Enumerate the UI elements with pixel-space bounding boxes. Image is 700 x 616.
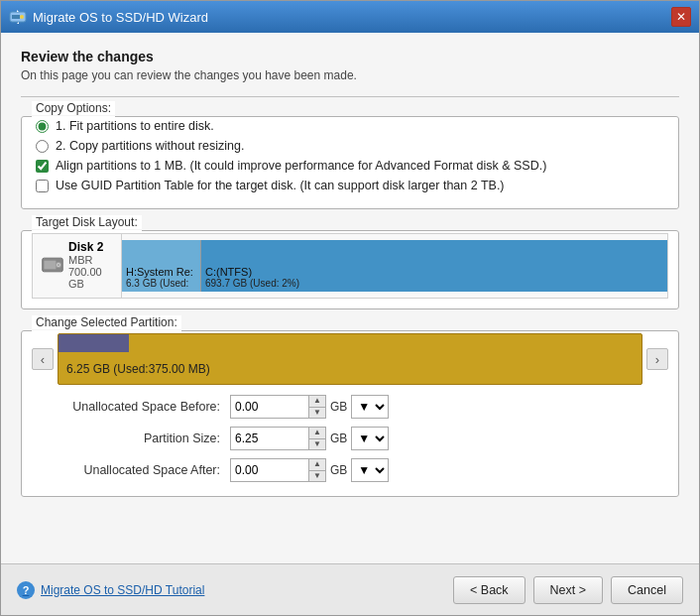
- partition-bar: 6.25 GB (Used:375.00 MB): [58, 333, 642, 385]
- disk-size: 700.00 GB: [68, 266, 113, 290]
- disk-layout-inner: Disk 2 MBR 700.00 GB H:System Re: 6.3 GB…: [22, 229, 678, 308]
- disk-partitions: H:System Re: 6.3 GB (Used: C:(NTFS) 693.…: [122, 240, 667, 292]
- radio-row-1: 1. Fit partitions to entire disk.: [36, 119, 664, 133]
- back-button[interactable]: < Back: [453, 576, 525, 604]
- svg-rect-4: [44, 261, 56, 270]
- disk-row: Disk 2 MBR 700.00 GB H:System Re: 6.3 GB…: [32, 233, 668, 299]
- checkbox-row-1: Align partitions to 1 MB. (It could impr…: [36, 159, 664, 173]
- partition-bar-fill: [58, 334, 129, 352]
- field-row-after: Unallocated Space After: ▲ ▼ GB ▼: [42, 458, 658, 482]
- field-before-input-group: ▲ ▼ GB ▼: [230, 395, 389, 419]
- partition-c-size: 693.7 GB (Used: 2%): [205, 278, 663, 289]
- field-size-label: Partition Size:: [42, 431, 230, 445]
- field-size-input[interactable]: [230, 427, 309, 450]
- disk-name: Disk 2: [68, 240, 113, 254]
- partition-slider-row: ‹ 6.25 GB (Used:375.00 MB) ›: [32, 333, 668, 385]
- field-after-unit: GB: [330, 463, 347, 477]
- partition-fields: Unallocated Space Before: ▲ ▼ GB ▼: [32, 395, 668, 482]
- field-before-spinner: ▲ ▼: [309, 395, 326, 419]
- disk-type: MBR: [68, 254, 113, 266]
- next-button[interactable]: Next >: [533, 576, 603, 604]
- tutorial-link-text[interactable]: Migrate OS to SSD/HD Tutorial: [41, 583, 204, 597]
- checkbox-align[interactable]: [36, 160, 49, 173]
- tutorial-link[interactable]: ? Migrate OS to SSD/HD Tutorial: [17, 581, 204, 599]
- field-after-dropdown[interactable]: ▼: [351, 458, 389, 482]
- cancel-button[interactable]: Cancel: [611, 576, 683, 604]
- field-after-down[interactable]: ▼: [309, 471, 325, 482]
- copy-options-legend: Copy Options:: [32, 101, 115, 115]
- change-partition-inner: ‹ 6.25 GB (Used:375.00 MB) › Unallocated…: [22, 329, 678, 496]
- field-before-up[interactable]: ▲: [309, 396, 325, 408]
- page-title: Review the changes: [21, 49, 679, 64]
- partition-h: H:System Re: 6.3 GB (Used:: [122, 240, 201, 292]
- page-subtitle: On this page you can review the changes …: [21, 68, 679, 82]
- field-after-spinner: ▲ ▼: [309, 458, 326, 482]
- field-before-down[interactable]: ▼: [309, 408, 325, 419]
- field-after-input-group: ▲ ▼ GB ▼: [230, 458, 389, 482]
- checkbox-align-label[interactable]: Align partitions to 1 MB. (It could impr…: [56, 159, 546, 173]
- checkbox-guid[interactable]: [36, 180, 49, 192]
- field-size-input-group: ▲ ▼ GB ▼: [230, 427, 389, 450]
- right-arrow-button[interactable]: ›: [646, 348, 668, 370]
- field-size-unit: GB: [330, 431, 347, 445]
- main-content: Review the changes On this page you can …: [1, 33, 699, 563]
- titlebar: Migrate OS to SSD/HD Wizard ✕: [1, 1, 699, 33]
- disk-info: Disk 2 MBR 700.00 GB: [33, 234, 122, 298]
- target-disk-legend: Target Disk Layout:: [32, 215, 142, 229]
- radio-copy-label[interactable]: 2. Copy partitions without resizing.: [56, 139, 244, 153]
- target-disk-group: Target Disk Layout:: [21, 223, 679, 309]
- partition-bar-label: 6.25 GB (Used:375.00 MB): [66, 362, 210, 376]
- field-before-unit: GB: [330, 400, 347, 414]
- partition-h-label: H:System Re:: [126, 266, 196, 278]
- svg-rect-1: [12, 15, 20, 19]
- footer-buttons: < Back Next > Cancel: [453, 576, 683, 604]
- field-after-label: Unallocated Space After:: [42, 463, 230, 477]
- field-size-up[interactable]: ▲: [309, 428, 325, 439]
- partition-c: C:(NTFS) 693.7 GB (Used: 2%): [201, 240, 667, 292]
- field-before-dropdown[interactable]: ▼: [351, 395, 389, 419]
- svg-point-6: [58, 264, 59, 266]
- field-size-spinner: ▲ ▼: [309, 427, 326, 450]
- field-size-down[interactable]: ▼: [309, 439, 325, 450]
- copy-options-group: Copy Options: 1. Fit partitions to entir…: [21, 109, 679, 209]
- radio-copy-partitions[interactable]: [36, 140, 49, 153]
- checkbox-guid-label[interactable]: Use GUID Partition Table for the target …: [56, 179, 505, 192]
- footer: ? Migrate OS to SSD/HD Tutorial < Back N…: [1, 563, 699, 615]
- copy-options-content: 1. Fit partitions to entire disk. 2. Cop…: [22, 115, 678, 208]
- radio-fit-partitions[interactable]: [36, 120, 49, 133]
- partition-h-size: 6.3 GB (Used:: [126, 278, 196, 289]
- disk-icon: [41, 254, 64, 276]
- close-button[interactable]: ✕: [671, 7, 691, 27]
- field-before-label: Unallocated Space Before:: [42, 400, 230, 414]
- field-row-before: Unallocated Space Before: ▲ ▼ GB ▼: [42, 395, 658, 419]
- app-icon: [9, 8, 27, 26]
- left-arrow-button[interactable]: ‹: [32, 348, 54, 370]
- partition-c-label: C:(NTFS): [205, 266, 663, 278]
- help-icon: ?: [17, 581, 35, 599]
- field-row-size: Partition Size: ▲ ▼ GB ▼: [42, 427, 658, 450]
- change-partition-legend: Change Selected Partition:: [32, 315, 181, 329]
- field-after-input[interactable]: [230, 458, 309, 482]
- radio-row-2: 2. Copy partitions without resizing.: [36, 139, 664, 153]
- field-before-input[interactable]: [230, 395, 309, 419]
- radio-fit-label[interactable]: 1. Fit partitions to entire disk.: [56, 119, 214, 133]
- svg-point-2: [20, 15, 24, 19]
- field-after-up[interactable]: ▲: [309, 459, 325, 471]
- window-title: Migrate OS to SSD/HD Wizard: [33, 10, 671, 25]
- divider: [21, 96, 679, 97]
- checkbox-row-2: Use GUID Partition Table for the target …: [36, 179, 664, 192]
- field-size-dropdown[interactable]: ▼: [351, 427, 389, 450]
- change-partition-group: Change Selected Partition: ‹ 6.25 GB (Us…: [21, 323, 679, 497]
